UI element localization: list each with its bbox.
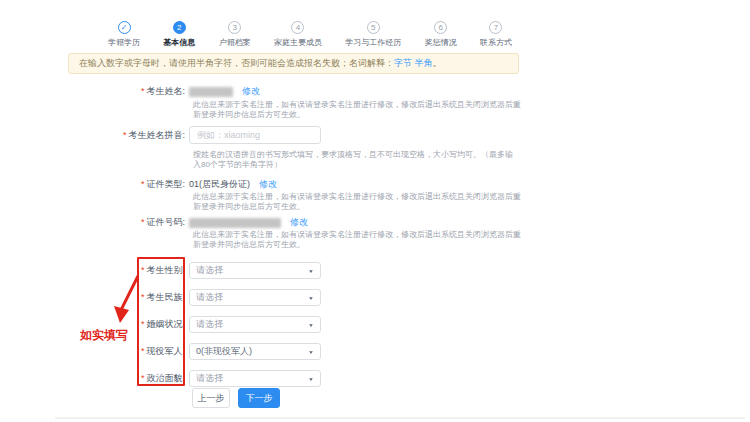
cert-type-sync-help: 此信息来源于实名注册，如有误请登录实名注册进行修改，修改后退出系统且关闭浏览器后… [193,192,523,212]
chevron-down-icon: ▼ [308,322,314,327]
annotation-text: 如实填写 [80,327,128,344]
step-item-4[interactable]: 4 家庭主要成员 [274,21,322,48]
step-wizard: ✓ 学籍学历 2 基本信息 3 户籍档案 4 家庭主要成员 5 学习与工作经历 … [108,21,512,48]
modify-cert-type-link[interactable]: 修改 [259,178,277,191]
step-label: 学习与工作经历 [345,37,401,48]
redacted-id-number-value [189,218,281,228]
previous-step-button[interactable]: 上一步 [192,388,230,408]
ethnicity-select-value: 请选择 [196,291,308,304]
military-status-select[interactable]: 0(非现役军人) ▼ [189,343,321,360]
step-label: 基本信息 [163,37,195,48]
chevron-down-icon: ▼ [308,295,314,300]
gender-select[interactable]: 请选择 ▼ [189,262,321,279]
byte-term-link[interactable]: 字节 [394,58,412,68]
pinyin-input[interactable] [189,126,321,144]
annotation-arrow-icon [100,268,145,326]
step-number: 6 [434,21,447,34]
step-item-7[interactable]: 7 联系方式 [480,21,512,48]
step-label: 奖惩情况 [425,37,457,48]
cert-no-sync-help: 此信息来源于实名注册，如有误请登录实名注册进行修改，修改后退出系统且关闭浏览器后… [193,230,523,250]
marital-status-select-value: 请选择 [196,318,308,331]
military-status-select-value: 0(非现役军人) [196,345,308,358]
step-label: 家庭主要成员 [274,37,322,48]
pinyin-row: *考生姓名拼音: [0,126,560,144]
step-item-5[interactable]: 5 学习与工作经历 [345,21,401,48]
modify-name-link[interactable]: 修改 [242,85,260,98]
cert-no-label: *证件号码: [0,216,185,229]
step-item-1[interactable]: ✓ 学籍学历 [108,21,140,48]
political-status-row: *政治面貌: 请选择 ▼ [0,370,560,387]
step-number: 4 [291,21,304,34]
notice-text: 在输入数字或字母时，请使用半角字符，否则可能会造成报名失败；名词解释： [79,58,394,68]
step-item-6[interactable]: 6 奖惩情况 [425,21,457,48]
political-status-select-value: 请选择 [196,372,308,385]
required-mark: * [123,130,127,140]
step-label: 户籍档案 [219,37,251,48]
chevron-down-icon: ▼ [308,268,314,273]
required-mark: * [141,179,145,189]
modify-cert-no-link[interactable]: 修改 [290,216,308,229]
step-number: 5 [367,21,380,34]
gender-select-value: 请选择 [196,264,308,277]
marital-status-select[interactable]: 请选择 ▼ [189,316,321,333]
political-status-select[interactable]: 请选择 ▼ [189,370,321,387]
bottom-divider [55,417,745,419]
ethnicity-select[interactable]: 请选择 ▼ [189,289,321,306]
ethnicity-row: *考生民族: 请选择 ▼ [0,289,560,306]
step-item-2[interactable]: 2 基本信息 [163,21,195,48]
required-mark: * [141,86,145,96]
chevron-down-icon: ▼ [308,349,314,354]
registration-form-page: ✓ 学籍学历 2 基本信息 3 户籍档案 4 家庭主要成员 5 学习与工作经历 … [0,0,750,422]
halfwidth-term-link[interactable]: 半角 [415,58,433,68]
cert-type-value: 01(居民身份证) [189,178,250,191]
pinyin-help: 按姓名的汉语拼音的书写形式填写，要求顶格写，且不可出现空格，大小写均可。（最多输… [193,150,523,170]
chevron-down-icon: ▼ [308,376,314,381]
redacted-name-value [189,87,233,97]
cert-type-label: *证件类型: [0,178,185,191]
halfwidth-notice-bar: 在输入数字或字母时，请使用半角字符，否则可能会造成报名失败；名词解释：字节 半角… [68,53,519,74]
step-number: 3 [228,21,241,34]
step-label: 联系方式 [480,37,512,48]
step-number: 2 [173,21,186,34]
cert-no-row: *证件号码: 修改 [0,216,560,229]
candidate-name-label: *考生姓名: [0,85,185,98]
candidate-name-row: *考生姓名: 修改 [0,85,560,98]
pinyin-label: *考生姓名拼音: [0,129,185,142]
step-label: 学籍学历 [108,37,140,48]
cert-type-row: *证件类型: 01(居民身份证) 修改 [0,178,560,191]
military-status-row: *现役军人: 0(非现役军人) ▼ [0,343,560,360]
check-icon: ✓ [118,21,131,34]
name-sync-help: 此信息来源于实名注册，如有误请登录实名注册进行修改，修改后退出系统且关闭浏览器后… [193,100,523,120]
required-mark: * [141,217,145,227]
notice-suffix: 。 [433,58,442,68]
gender-row: *考生性别: 请选择 ▼ [0,262,560,279]
step-item-3[interactable]: 3 户籍档案 [219,21,251,48]
step-number: 7 [489,21,502,34]
next-step-button[interactable]: 下一步 [238,388,280,408]
